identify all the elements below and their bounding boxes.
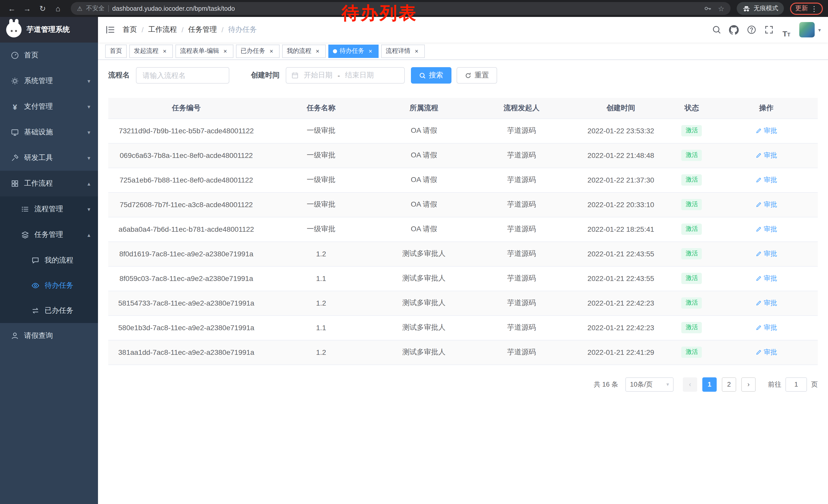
list-icon	[19, 205, 31, 213]
sidebar-collapse-icon[interactable]	[105, 25, 115, 35]
process-cell: 测试多审批人	[378, 315, 470, 340]
breadcrumb-item[interactable]: 工作流程	[148, 25, 177, 34]
chevron-down-icon: ▾	[87, 103, 90, 110]
view-tab[interactable]: 首页 ×	[105, 44, 127, 58]
chat-icon	[29, 256, 42, 264]
close-icon[interactable]: ×	[413, 47, 420, 55]
approve-button[interactable]: 审批	[755, 274, 777, 283]
view-tab[interactable]: 流程表单-编辑 ×	[175, 44, 234, 58]
password-key-icon[interactable]	[704, 5, 712, 12]
tabs-bar: 首页 × 发起流程 × 流程表单-编辑 ×	[98, 43, 828, 60]
chrome-menu-icon[interactable]: ⋮	[811, 4, 818, 12]
approve-button[interactable]: 审批	[755, 299, 777, 308]
github-icon[interactable]	[727, 22, 742, 37]
approve-button[interactable]: 审批	[755, 249, 777, 259]
incognito-label: 无痕模式	[754, 4, 778, 13]
sidebar-item-workflow[interactable]: 工作流程 ▴	[0, 171, 98, 196]
search-icon[interactable]	[709, 22, 724, 37]
task-name-cell: 1.2	[264, 241, 378, 266]
page-size-select[interactable]: 10条/页 ▾	[625, 377, 673, 392]
view-tab[interactable]: 已办任务 ×	[236, 44, 280, 58]
search-button[interactable]: 搜索	[411, 67, 451, 84]
column-header: 创建时间	[573, 98, 669, 119]
prev-page-button[interactable]: ‹	[683, 377, 697, 392]
range-separator: -	[338, 71, 340, 80]
avatar[interactable]	[799, 22, 815, 37]
update-button[interactable]: 更新 ⋮	[790, 2, 823, 15]
status-badge: 激活	[681, 199, 702, 210]
next-page-button[interactable]: ›	[741, 377, 756, 392]
tab-label: 发起流程	[134, 47, 159, 55]
page-button-1[interactable]: 1	[702, 377, 717, 392]
column-header: 任务名称	[264, 98, 378, 119]
breadcrumb-item[interactable]: 任务管理	[188, 25, 217, 34]
sidebar-item-leave-query[interactable]: 请假查询	[0, 323, 98, 349]
view-tab[interactable]: 待办任务 ×	[328, 44, 379, 58]
create-time-cell: 2022-01-21 22:41:29	[573, 340, 669, 365]
reset-button[interactable]: 重置	[457, 67, 497, 84]
approve-button[interactable]: 审批	[755, 225, 777, 234]
close-icon[interactable]: ×	[367, 47, 374, 55]
date-range-picker[interactable]: 开始日期 - 结束日期	[286, 67, 405, 84]
table-row: 580e1b3d-7ac8-11ec-a9e2-a2380e71991a 1.1…	[108, 315, 818, 340]
close-icon[interactable]: ×	[268, 47, 275, 55]
tools-icon	[9, 154, 21, 162]
create-time-cell: 2022-01-22 21:37:30	[573, 168, 669, 192]
home-icon[interactable]: ⌂	[51, 2, 65, 15]
sidebar-item-devtools[interactable]: 研发工具 ▾	[0, 145, 98, 171]
process-name-input[interactable]	[136, 67, 229, 84]
task-id-cell: 58154733-7ac8-11ec-a9e2-a2380e71991a	[108, 291, 264, 315]
task-name-cell: 1.2	[264, 340, 378, 365]
sidebar-item-todo-task[interactable]: 待办任务	[0, 273, 98, 298]
back-icon[interactable]: ←	[5, 2, 18, 15]
page-button-2[interactable]: 2	[722, 377, 736, 392]
view-tab[interactable]: 发起流程 ×	[129, 44, 173, 58]
approve-button[interactable]: 审批	[755, 323, 777, 332]
view-tab[interactable]: 流程详情 ×	[381, 44, 425, 58]
refresh-icon[interactable]: ↻	[36, 2, 49, 15]
tab-label: 我的流程	[287, 47, 312, 55]
sidebar-item-payment[interactable]: ¥ 支付管理 ▾	[0, 94, 98, 120]
jump-label: 前往	[768, 380, 781, 389]
close-icon[interactable]: ×	[314, 47, 321, 55]
sidebar-item-my-process[interactable]: 我的流程	[0, 248, 98, 273]
sidebar-item-done-task[interactable]: 已办任务	[0, 298, 98, 323]
process-cell: 测试多审批人	[378, 266, 470, 291]
start-date-placeholder: 开始日期	[304, 71, 332, 80]
avatar-caret-icon[interactable]: ▾	[818, 27, 821, 33]
fullscreen-icon[interactable]	[761, 22, 777, 37]
sidebar-item-process-mgmt[interactable]: 流程管理 ▾	[0, 196, 98, 222]
pagination: 共 16 条 10条/页 ▾ ‹ 1 2 › 前往 页	[108, 377, 818, 392]
starter-cell: 芋道源码	[470, 143, 573, 168]
sidebar-menu: 首页 系统管理 ▾ ¥ 支付管理 ▾	[0, 43, 98, 349]
sidebar-item-task-mgmt[interactable]: 任务管理 ▴	[0, 222, 98, 248]
breadcrumb-item[interactable]: 首页	[123, 25, 137, 34]
breadcrumb-separator: /	[222, 26, 224, 34]
forward-icon[interactable]: →	[20, 2, 34, 15]
approve-button[interactable]: 审批	[755, 126, 777, 135]
sidebar-item-home[interactable]: 首页	[0, 43, 98, 68]
yen-icon: ¥	[9, 102, 21, 111]
approve-button[interactable]: 审批	[755, 151, 777, 160]
process-cell: OA 请假	[378, 143, 470, 168]
sidebar-item-infra[interactable]: 基础设施 ▾	[0, 120, 98, 145]
approve-button[interactable]: 审批	[755, 200, 777, 209]
approve-button[interactable]: 审批	[755, 175, 777, 185]
process-cell: 测试多审批人	[378, 241, 470, 266]
breadcrumb-separator: /	[181, 26, 184, 34]
help-icon[interactable]	[744, 22, 759, 37]
view-tab[interactable]: 我的流程 ×	[282, 44, 326, 58]
url-text: dashboard.yudao.iocoder.cn/bpm/task/todo	[112, 5, 235, 12]
font-size-icon[interactable]: TT	[779, 22, 794, 37]
bookmark-star-icon[interactable]: ☆	[718, 4, 724, 12]
chevron-up-icon: ▴	[87, 231, 90, 238]
sidebar-item-system[interactable]: 系统管理 ▾	[0, 68, 98, 94]
starter-cell: 芋道源码	[470, 291, 573, 315]
approve-button[interactable]: 审批	[755, 348, 777, 357]
close-icon[interactable]: ×	[161, 47, 168, 55]
process-cell: OA 请假	[378, 168, 470, 192]
task-id-cell: 8f059c03-7ac8-11ec-a9e2-a2380e71991a	[108, 266, 264, 291]
close-icon[interactable]: ×	[222, 47, 229, 55]
tab-label: 首页	[110, 47, 122, 55]
jump-page-input[interactable]	[785, 377, 807, 392]
